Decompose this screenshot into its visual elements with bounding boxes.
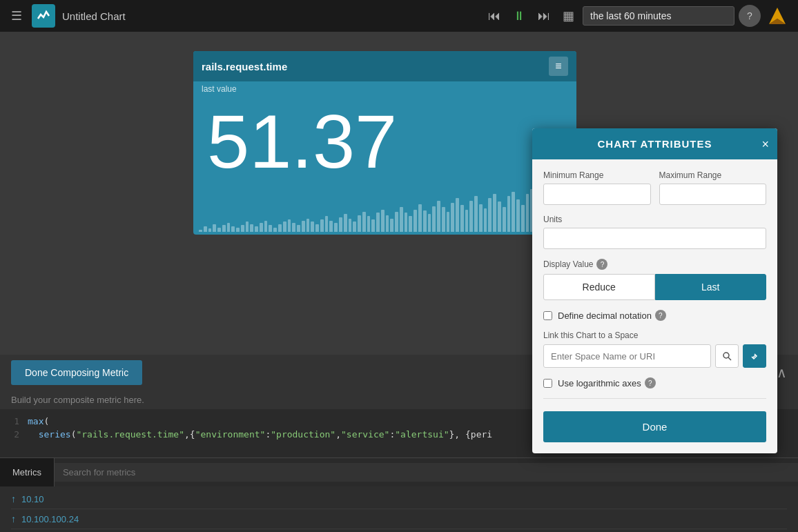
last-value-label: last value: [193, 81, 576, 97]
done-panel-button[interactable]: Done: [543, 411, 766, 442]
app-logo: [32, 4, 55, 28]
chart-bars-area: [193, 179, 576, 235]
chart-bar: [344, 214, 347, 232]
chart-bar: [526, 194, 529, 232]
chart-bar: [204, 226, 207, 232]
max-range-field: Maximum Range: [659, 170, 767, 205]
metric-name: rails.request.time: [202, 61, 287, 72]
link-space-label: Link this Chart to a Space: [543, 331, 766, 340]
metric-arrow-1: ↑: [11, 493, 16, 504]
reduce-button[interactable]: Reduce: [543, 274, 655, 300]
chart-bar: [376, 213, 380, 232]
time-range-input[interactable]: [583, 6, 734, 26]
display-value-buttons: Reduce Last: [543, 274, 766, 300]
log-axes-help-icon[interactable]: ?: [645, 377, 656, 388]
chart-title: Untitled Chart: [62, 10, 477, 22]
nav-controls: ⏮ ⏸ ⏭ ▦ ?: [484, 3, 790, 28]
chart-bar: [456, 198, 459, 232]
display-value-help-icon[interactable]: ?: [596, 259, 607, 270]
decimal-notation-checkbox[interactable]: [543, 311, 552, 320]
chart-bar: [474, 196, 478, 232]
decimal-notation-label: Define decimal notation ?: [558, 310, 666, 321]
chart-bar: [451, 203, 454, 232]
chart-bar: [241, 225, 244, 232]
chart-bar: [516, 199, 520, 232]
metric-arrow-2: ↑: [11, 513, 16, 524]
space-link-row: [543, 344, 766, 368]
chart-bar: [503, 207, 506, 232]
grid-icon[interactable]: ▦: [558, 6, 578, 26]
chart-bar: [371, 219, 375, 232]
chart-bar: [339, 217, 342, 232]
chart-bar: [418, 204, 422, 232]
line-number-2: 2: [8, 429, 19, 440]
decimal-notation-row: Define decimal notation ?: [543, 310, 766, 321]
space-name-input[interactable]: [543, 344, 711, 368]
chart-bar: [217, 228, 221, 232]
chart-bar: [292, 223, 295, 232]
chart-bar: [311, 221, 314, 232]
chart-bar: [283, 221, 286, 232]
chart-menu-button[interactable]: ≡: [549, 57, 568, 76]
done-composing-button[interactable]: Done Composing Metric: [11, 360, 142, 385]
decimal-help-icon[interactable]: ?: [655, 310, 666, 321]
chart-bar: [428, 214, 431, 232]
chart-bar: [437, 201, 440, 232]
metric-name-2: 10.100.100.24: [21, 514, 79, 524]
log-axes-checkbox[interactable]: [543, 379, 552, 388]
chart-bar: [334, 223, 338, 232]
max-range-input[interactable]: [659, 184, 767, 205]
chart-bar: [288, 219, 291, 232]
chart-bar: [381, 210, 385, 232]
chart-bar: [297, 225, 300, 232]
min-range-label: Minimum Range: [543, 170, 651, 180]
play-pause-button[interactable]: ⏸: [509, 6, 529, 26]
display-value-label: Display Value ?: [543, 259, 766, 270]
hamburger-icon[interactable]: ☰: [8, 6, 25, 26]
units-input[interactable]: [543, 228, 766, 249]
chart-bar: [358, 215, 361, 232]
space-link-button[interactable]: [743, 344, 766, 368]
chart-widget-header: rails.request.time ≡: [193, 51, 576, 81]
chart-bar: [315, 224, 319, 232]
chart-bar: [362, 212, 366, 232]
chart-bar: [236, 228, 240, 232]
metric-item-2[interactable]: ↑ 10.100.100.24: [11, 509, 787, 529]
chart-bar: [395, 212, 398, 232]
display-value-row: Display Value ? Reduce Last: [543, 259, 766, 300]
chart-bar: [349, 219, 352, 232]
panel-title: CHART ATTRIBUTES: [598, 138, 712, 150]
chart-bar: [306, 219, 310, 232]
metrics-tab[interactable]: Metrics: [0, 458, 55, 486]
range-row: Minimum Range Maximum Range: [543, 170, 766, 205]
min-range-input[interactable]: [543, 184, 651, 205]
link-icon: [750, 351, 759, 361]
chart-widget: rails.request.time ≡ last value 51.37: [193, 51, 576, 235]
log-axes-row: Use logarithmic axes ?: [543, 377, 766, 388]
fast-forward-button[interactable]: ⏭: [534, 6, 554, 26]
chart-bar: [469, 201, 473, 232]
chart-bar: [423, 210, 427, 232]
help-button[interactable]: ?: [739, 5, 761, 27]
panel-close-button[interactable]: ×: [761, 137, 769, 151]
collapse-button[interactable]: ∧: [777, 364, 787, 381]
chart-bar: [208, 228, 212, 232]
metric-item-1[interactable]: ↑ 10.10: [11, 489, 787, 509]
chart-bar: [413, 210, 417, 232]
rewind-button[interactable]: ⏮: [484, 6, 505, 26]
panel-header: CHART ATTRIBUTES ×: [532, 128, 777, 159]
chart-attrs-panel: CHART ATTRIBUTES × Minimum Range Maximum…: [532, 128, 777, 453]
chart-bar: [465, 210, 469, 232]
chart-bar: [199, 230, 202, 232]
chart-bar: [264, 221, 268, 232]
chart-bar: [213, 224, 216, 232]
chart-bar: [493, 194, 496, 232]
last-button[interactable]: Last: [655, 274, 767, 300]
chart-bar: [246, 221, 249, 232]
units-field: Units: [543, 215, 766, 249]
line-number-1: 1: [8, 416, 19, 426]
chart-bar: [255, 226, 258, 232]
metrics-search-input[interactable]: [55, 463, 798, 482]
top-nav: ☰ Untitled Chart ⏮ ⏸ ⏭ ▦ ?: [0, 0, 798, 32]
space-browse-button[interactable]: [715, 344, 739, 368]
